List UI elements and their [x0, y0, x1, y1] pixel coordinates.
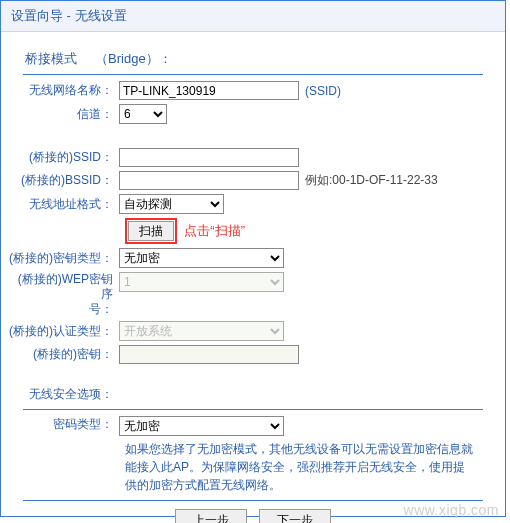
- ssid-suffix: (SSID): [305, 84, 341, 98]
- spacer2: [9, 368, 497, 382]
- security-option-label: 无线安全选项：: [9, 386, 119, 403]
- panel-header: 设置向导 - 无线设置: [1, 1, 505, 32]
- row-bridge-bssid: (桥接的)BSSID： 例如:00-1D-OF-11-22-33: [9, 171, 497, 190]
- spacer: [9, 128, 497, 144]
- scan-button[interactable]: 扫描: [128, 221, 174, 241]
- enc-type-select[interactable]: 无加密: [119, 416, 284, 436]
- row-enc-type: 密码类型： 无加密: [9, 416, 497, 436]
- channel-select[interactable]: 6: [119, 104, 167, 124]
- enc-type-label: 密码类型：: [9, 416, 119, 433]
- channel-label: 信道：: [9, 106, 119, 123]
- wep-index-label: (桥接的)WEP密钥序 号：: [9, 272, 119, 317]
- row-key: (桥接的)密钥：: [9, 345, 497, 364]
- key-label: (桥接的)密钥：: [9, 346, 119, 363]
- mode-label: 桥接模式: [25, 51, 77, 66]
- row-wep-index: (桥接的)WEP密钥序 号： 1: [9, 272, 497, 317]
- ssid-input[interactable]: [119, 81, 299, 100]
- divider-2: [23, 409, 483, 410]
- wizard-panel: 设置向导 - 无线设置 桥接模式 （Bridge）： 无线网络名称： (SSID…: [0, 0, 506, 517]
- row-key-type: (桥接的)密钥类型： 无加密: [9, 248, 497, 268]
- key-input: [119, 345, 299, 364]
- auth-label: (桥接的)认证类型：: [9, 323, 119, 340]
- row-auth: (桥接的)认证类型： 开放系统: [9, 321, 497, 341]
- mode-paren: （Bridge）：: [95, 51, 172, 66]
- scan-hint: 点击“扫描”: [184, 223, 245, 238]
- security-note: 如果您选择了无加密模式，其他无线设备可以无需设置加密信息就能接入此AP。为保障网…: [125, 440, 475, 494]
- auth-select: 开放系统: [119, 321, 284, 341]
- watermark: www.xiqb.com: [404, 502, 499, 518]
- mode-row: 桥接模式 （Bridge）：: [25, 50, 497, 68]
- key-type-select[interactable]: 无加密: [119, 248, 284, 268]
- row-ssid: 无线网络名称： (SSID): [9, 81, 497, 100]
- wep-index-select: 1: [119, 272, 284, 292]
- row-security-option: 无线安全选项：: [9, 386, 497, 403]
- key-type-label: (桥接的)密钥类型：: [9, 250, 119, 267]
- ssid-label: 无线网络名称：: [9, 82, 119, 99]
- page-title: 设置向导 - 无线设置: [11, 8, 127, 23]
- panel-content: 桥接模式 （Bridge）： 无线网络名称： (SSID) 信道： 6 (桥接的…: [1, 32, 505, 523]
- bridge-bssid-input[interactable]: [119, 171, 299, 190]
- bridge-bssid-label: (桥接的)BSSID：: [9, 172, 119, 189]
- divider-3: [23, 500, 483, 501]
- scan-highlight: 扫描: [125, 218, 177, 244]
- row-scan: 扫描 点击“扫描”: [125, 218, 497, 244]
- divider-1: [23, 74, 483, 75]
- enc-type-group: 无加密: [119, 416, 284, 436]
- bridge-ssid-label: (桥接的)SSID：: [9, 149, 119, 166]
- bridge-ssid-input[interactable]: [119, 148, 299, 167]
- addr-format-label: 无线地址格式：: [9, 196, 119, 213]
- addr-format-select[interactable]: 自动探测: [119, 194, 224, 214]
- row-channel: 信道： 6: [9, 104, 497, 124]
- bssid-example: 例如:00-1D-OF-11-22-33: [305, 172, 438, 189]
- next-button[interactable]: 下一步: [259, 509, 331, 523]
- row-bridge-ssid: (桥接的)SSID：: [9, 148, 497, 167]
- prev-button[interactable]: 上一步: [175, 509, 247, 523]
- row-addr-format: 无线地址格式： 自动探测: [9, 194, 497, 214]
